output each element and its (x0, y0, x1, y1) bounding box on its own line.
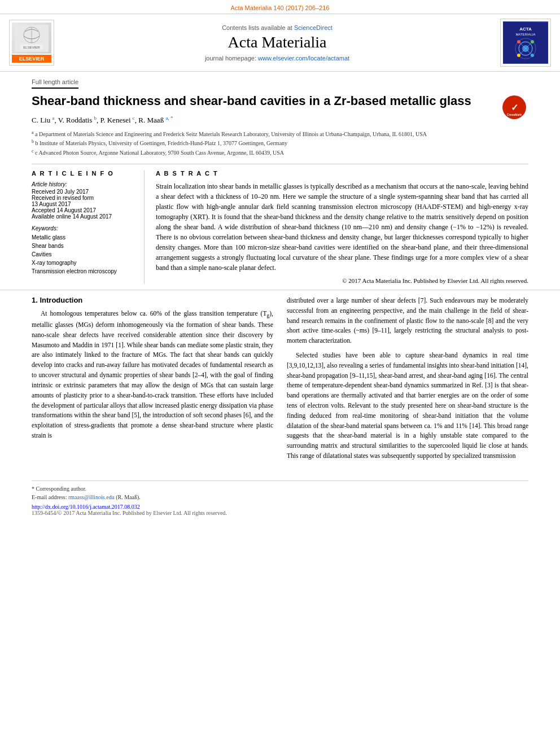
svg-text:ELSEVIER: ELSEVIER (23, 46, 40, 49)
revised-date: 13 August 2017 (32, 201, 136, 207)
article-section: Full length article Shear-band thickness… (0, 72, 560, 290)
svg-point-15 (517, 54, 520, 57)
homepage-label: journal homepage: (205, 55, 256, 62)
keyword-3: Cavities (32, 250, 136, 259)
keywords-title: Keywords: (32, 225, 136, 231)
acta-graphic: ACTA MATERIALIA (503, 21, 548, 64)
article-title: Shear-band thickness and shear-band cavi… (32, 93, 528, 110)
contents-label: Contents lists available at (222, 24, 292, 31)
keyword-4: X-ray tomography (32, 259, 136, 267)
email-name: (R. Maaß). (116, 494, 141, 500)
available-date: Available online 14 August 2017 (32, 213, 136, 220)
email-link[interactable]: rmaass@illinois.edu (68, 494, 115, 500)
elsevier-label: ELSEVIER (12, 55, 51, 63)
article-info-title: A R T I C L E I N F O (32, 170, 136, 177)
abstract-text: Strain localization into shear bands in … (156, 181, 528, 273)
keyword-5: Transmission electron microscopy (32, 267, 136, 276)
elsevier-graphic: ELSEVIER (12, 23, 51, 54)
doi-line: http://dx.doi.org/10.1016/j.actamat.2017… (32, 504, 528, 510)
body-section: 1. Introduction At homologous temperatur… (0, 290, 560, 471)
svg-point-13 (517, 40, 520, 43)
corresponding-note: * Corresponding author. (32, 484, 528, 493)
homepage-url[interactable]: www.elsevier.com/locate/actamat (258, 55, 349, 62)
accepted-date: Accepted 14 August 2017 (32, 207, 136, 213)
issn-line: 1359-6454/© 2017 Acta Materialia Inc. Pu… (32, 510, 528, 516)
affiliation-a: a a Department of Materials Science and … (32, 129, 528, 138)
intro-heading: 1. Introduction (32, 296, 273, 304)
affiliation-c: c c Advanced Photon Source, Argonne Nati… (32, 148, 528, 157)
abstract-title: A B S T R A C T (156, 170, 528, 177)
footer-bottom: http://dx.doi.org/10.1016/j.actamat.2017… (0, 501, 560, 518)
article-info-column: A R T I C L E I N F O Article history: R… (32, 170, 145, 284)
affiliation-b: b b Institute of Materials Physics, Univ… (32, 138, 528, 147)
journal-volume: Acta Materialia 140 (2017) 206–216 (231, 5, 330, 11)
keywords-section: Keywords: Metallic glass Shear bands Cav… (32, 225, 136, 276)
svg-text:MATERIALIA: MATERIALIA (515, 33, 535, 36)
page: Acta Materialia 140 (2017) 206–216 ELSEV… (0, 0, 560, 747)
right-para-2: Selected studies have been able to captu… (287, 351, 528, 461)
body-col-left: 1. Introduction At homologous temperatur… (32, 296, 273, 466)
doi-link[interactable]: http://dx.doi.org/10.1016/j.actamat.2017… (32, 504, 140, 510)
acta-logo: ACTA MATERIALIA (500, 19, 551, 67)
svg-point-16 (531, 54, 534, 57)
journal-title: Acta Materialia (61, 33, 493, 51)
crossmark-badge[interactable]: ✓ CrossMark (500, 93, 528, 121)
received-date: Received 20 July 2017 (32, 189, 136, 195)
abstract-copyright: © 2017 Acta Materialia Inc. Published by… (156, 277, 528, 284)
journal-homepage: journal homepage: www.elsevier.com/locat… (61, 55, 493, 62)
right-para-1: distributed over a large number of shear… (287, 296, 528, 346)
revised-label: Received in revised form (32, 195, 136, 201)
history-label: Article history: (32, 181, 136, 187)
email-line: E-mail address: rmaass@illinois.edu (R. … (32, 493, 528, 501)
header-banner: ELSEVIER ELSEVIER Contents lists availab… (0, 14, 560, 72)
abstract-column: A B S T R A C T Strain localization into… (156, 170, 528, 284)
journal-citation: Acta Materialia 140 (2017) 206–216 (0, 0, 560, 14)
svg-point-14 (531, 40, 534, 43)
info-abstract-section: A R T I C L E I N F O Article history: R… (32, 164, 528, 284)
article-type-label: Full length article (32, 78, 78, 89)
article-history: Article history: Received 20 July 2017 R… (32, 181, 136, 220)
email-label: E-mail address: (32, 494, 67, 500)
authors-line: C. Liu a, V. Roddatis b, P. Kenesei c, R… (32, 115, 528, 125)
svg-text:✓: ✓ (511, 103, 518, 112)
keyword-1: Metallic glass (32, 233, 136, 242)
footer-note: * Corresponding author. E-mail address: … (0, 481, 560, 501)
sciencedirect-anchor[interactable]: ScienceDirect (294, 24, 333, 31)
keyword-2: Shear bands (32, 242, 136, 250)
body-columns: 1. Introduction At homologous temperatur… (32, 296, 528, 466)
svg-text:ACTA: ACTA (519, 27, 532, 32)
affiliations: a a Department of Materials Science and … (32, 129, 528, 157)
header-center: Contents lists available at ScienceDirec… (61, 24, 493, 62)
svg-text:CrossMark: CrossMark (507, 113, 522, 116)
intro-para-1: At homologous temperatures below ca. 60%… (32, 309, 273, 441)
body-col-right: distributed over a large number of shear… (287, 296, 528, 466)
sciencedirect-link: Contents lists available at ScienceDirec… (61, 24, 493, 31)
elsevier-logo: ELSEVIER ELSEVIER (9, 20, 54, 65)
crossmark-icon: ✓ CrossMark (502, 95, 526, 119)
